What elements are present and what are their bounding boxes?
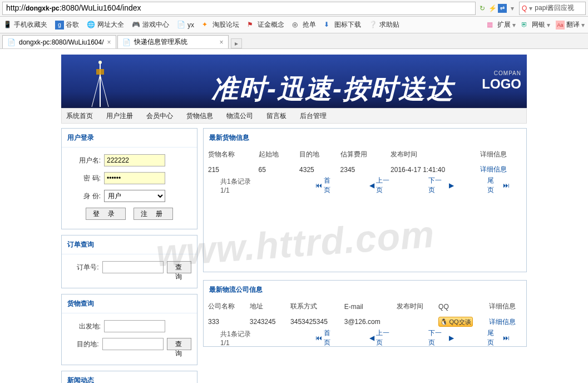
login-button[interactable]: 登 录 xyxy=(86,208,125,220)
page-icon: 📄 xyxy=(177,21,186,30)
order-query-button[interactable]: 查询 xyxy=(167,261,191,273)
order-query-title: 订单查询 xyxy=(62,235,197,254)
col-cdetail: 详细信息 xyxy=(485,299,526,314)
nav-register[interactable]: 用户注册 xyxy=(106,111,133,121)
to-label: 目的地: xyxy=(67,340,99,349)
cell-cdetail[interactable]: 详细信息 xyxy=(485,314,526,330)
bookmark-zhengjin[interactable]: ⚑证金概念 xyxy=(247,20,284,30)
tab-title: dongxk-pc:8080/WuLiu1604/ xyxy=(19,38,104,46)
close-icon[interactable]: × xyxy=(220,38,224,46)
cargo-table: 货物名称 起始地 目的地 估算费用 发布时间 详细信息 215 65 4325 … xyxy=(204,147,526,177)
spark-icon: ✦ xyxy=(202,21,211,30)
grid-icon: ▦ xyxy=(487,21,496,30)
pager-prev[interactable]: ◀上一页 xyxy=(369,328,395,347)
bookmark-yx[interactable]: 📄yx xyxy=(177,21,194,30)
news-title: 新闻动态 xyxy=(62,371,197,383)
company-table: 公司名称 地址 联系方式 E-mail 发布时间 QQ 详细信息 333 324… xyxy=(204,299,526,330)
bookmarks-bar: 📱手机收藏夹 g谷歌 🌐网址大全 🎮游戏中心 📄yx ✦淘股论坛 ⚑证金概念 ◎… xyxy=(0,17,588,33)
nav-msgboard[interactable]: 留言板 xyxy=(266,111,286,121)
table-header-row: 公司名称 地址 联系方式 E-mail 发布时间 QQ 详细信息 xyxy=(204,299,526,314)
company-info-panel: 最新物流公司信息 公司名称 地址 联系方式 E-mail 发布时间 QQ 详细信… xyxy=(203,280,527,347)
flash-icon[interactable]: ⚡ xyxy=(488,4,497,13)
bookmark-taogu[interactable]: ✦淘股论坛 xyxy=(202,20,239,30)
pager-last[interactable]: 尾 页⏭ xyxy=(487,328,510,347)
mobile-bookmarks[interactable]: 📱手机收藏夹 xyxy=(3,20,47,30)
translate-button[interactable]: Aa翻译 ▾ xyxy=(556,20,585,30)
bank-button[interactable]: ⛨网银 ▾ xyxy=(521,20,550,30)
role-select[interactable]: 用户 xyxy=(104,190,165,202)
pager-info: 共1条记录 1/1 xyxy=(220,330,260,347)
tab-2[interactable]: 📄 快递信息管理系统 × xyxy=(117,35,229,48)
url-input[interactable]: http://dongxk-pc:8080/WuLiu1604/index xyxy=(2,2,476,15)
col-from: 起始地 xyxy=(254,147,295,162)
nav-home[interactable]: 系统首页 xyxy=(66,111,93,121)
nav-cargo[interactable]: 货物信息 xyxy=(186,111,213,121)
col-cost: 估算费用 xyxy=(336,147,387,162)
close-icon[interactable]: × xyxy=(107,38,111,46)
svg-line-1 xyxy=(92,75,100,107)
cargo-info-title: 最新货物信息 xyxy=(204,129,526,147)
cargo-pager: 共1条记录 1/1 ⏮首页 ◀上一页 下一页▶ 尾 页⏭ xyxy=(204,177,526,194)
pager-first[interactable]: ⏮首页 xyxy=(315,176,336,195)
news-panel: 新闻动态 xyxy=(61,371,197,383)
from-input[interactable] xyxy=(104,320,165,332)
main-nav: 系统首页 用户注册 会员中心 货物信息 物流公司 留言板 后台管理 xyxy=(61,108,527,124)
username-input[interactable] xyxy=(104,154,165,166)
browser-search-input[interactable]: Q ▾ papi酱回应视 xyxy=(519,2,586,15)
globe-icon: 🌐 xyxy=(87,21,96,30)
col-contact: 联系方式 xyxy=(286,299,340,314)
prev-icon: ◀ xyxy=(369,181,374,189)
target-icon: ◎ xyxy=(292,21,301,30)
dropdown-icon[interactable]: ▾ xyxy=(508,4,517,13)
nav-company[interactable]: 物流公司 xyxy=(226,111,253,121)
gamepad-icon: 🎮 xyxy=(132,21,141,30)
nav-admin[interactable]: 后台管理 xyxy=(300,111,327,121)
cell-qq[interactable]: QQ交谈 xyxy=(434,314,485,330)
pager-last[interactable]: 尾 页⏭ xyxy=(487,176,510,195)
next-icon: ▶ xyxy=(449,181,454,189)
pager-info: 共1条记录 1/1 xyxy=(220,177,260,194)
col-time: 发布时间 xyxy=(386,147,476,162)
speed-icon[interactable]: ⇄ xyxy=(498,4,507,13)
last-icon: ⏭ xyxy=(503,181,510,189)
new-tab-button[interactable]: ▸ xyxy=(231,38,242,48)
to-input[interactable] xyxy=(102,338,164,350)
bookmark-qiuzhu[interactable]: ❔求助贴 xyxy=(369,20,399,30)
pager-next[interactable]: 下一页▶ xyxy=(428,176,454,195)
search-placeholder: papi酱回应视 xyxy=(535,3,574,13)
tab-1[interactable]: 📄 dongxk-pc:8080/WuLiu1604/ × xyxy=(2,35,116,48)
banner-logo: COMPAN LOGO xyxy=(482,70,521,92)
bookmark-sitedir[interactable]: 🌐网址大全 xyxy=(87,20,124,30)
bookmark-tubiao[interactable]: ⬇图标下载 xyxy=(324,20,361,30)
orderno-input[interactable] xyxy=(102,261,164,273)
cell-cname: 333 xyxy=(204,314,245,330)
col-detail: 详细信息 xyxy=(476,147,526,162)
banner-slogan: 准时-迅速-按时送达 xyxy=(211,71,454,107)
download-icon: ⬇ xyxy=(324,21,333,30)
col-pubtime: 发布时间 xyxy=(392,299,434,314)
cell-cost: 2345 xyxy=(336,162,387,177)
pager-next[interactable]: 下一页▶ xyxy=(428,328,454,347)
col-cname: 公司名称 xyxy=(204,299,245,314)
bookmark-google[interactable]: g谷歌 xyxy=(55,20,79,30)
qq-chat-icon[interactable]: QQ交谈 xyxy=(438,317,473,327)
password-input[interactable] xyxy=(104,172,165,184)
nav-member[interactable]: 会员中心 xyxy=(146,111,173,121)
bookmark-qiangdan[interactable]: ◎抢单 xyxy=(292,20,316,30)
first-icon: ⏮ xyxy=(315,334,322,342)
col-name: 货物名称 xyxy=(204,147,254,162)
pager-prev[interactable]: ◀上一页 xyxy=(369,176,395,195)
pager-first[interactable]: ⏮首页 xyxy=(315,328,336,347)
col-email: E-mail xyxy=(340,299,393,314)
search-dropdown-icon[interactable]: ▾ xyxy=(529,4,532,12)
ext-button[interactable]: ▦扩展 ▾ xyxy=(487,20,516,30)
register-button[interactable]: 注 册 xyxy=(134,208,173,220)
cargo-query-button[interactable]: 查询 xyxy=(167,338,191,350)
bookmark-games[interactable]: 🎮游戏中心 xyxy=(132,20,169,30)
google-icon: g xyxy=(55,21,64,30)
first-icon: ⏮ xyxy=(315,181,322,189)
refresh-icon[interactable]: ↻ xyxy=(478,4,487,13)
cell-addr: 3243245 xyxy=(245,314,286,330)
cell-detail[interactable]: 详细信息 xyxy=(476,162,526,177)
col-qq: QQ xyxy=(434,299,485,314)
